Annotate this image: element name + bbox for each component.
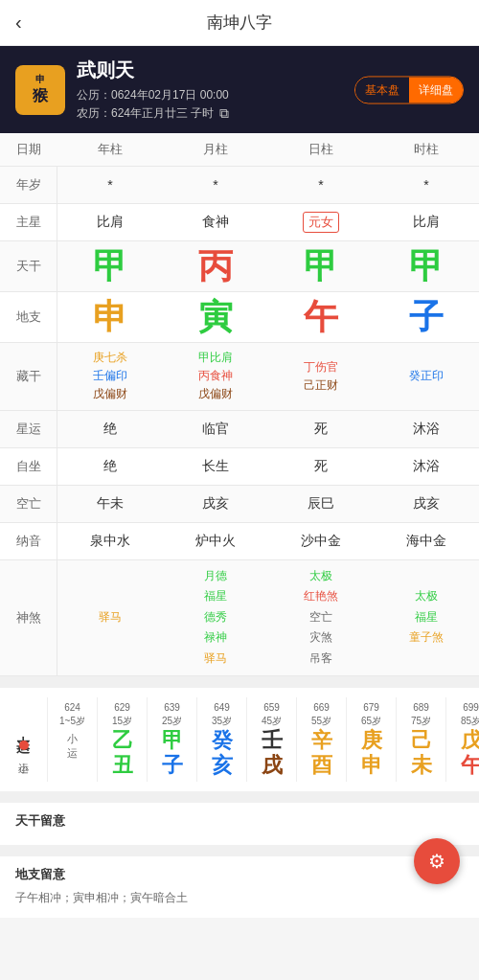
- na-yin-cell-2: 沙中金: [268, 523, 374, 559]
- dayun-di-4: 戌: [262, 753, 283, 778]
- di-zhi-cell-0: 申: [57, 292, 163, 342]
- dayun-year-1: 629 15岁: [112, 701, 132, 728]
- tian-gan-cell-1: 丙: [163, 241, 268, 291]
- dayun-di-1: 丑: [112, 753, 133, 778]
- zi-zuo-label: 自坐: [0, 448, 57, 485]
- zi-zuo-cell-1: 长生: [163, 448, 268, 485]
- dayun-item-0: 624 1~5岁 小运: [48, 697, 98, 783]
- zang-gan-label: 藏干: [0, 343, 57, 410]
- main-star-row: 主星 比肩 食神 元女 比肩: [0, 204, 479, 241]
- kong-wang-cell-3: 戌亥: [374, 486, 479, 522]
- kong-wang-row: 空亡 午未 戌亥 辰巳 戌亥: [0, 486, 479, 523]
- tab-detail-button[interactable]: 详细盘: [409, 77, 463, 103]
- tian-gan-note: 天干留意: [0, 797, 479, 845]
- kong-wang-label: 空亡: [0, 486, 57, 522]
- dayun-dot: [19, 741, 29, 750]
- profile-lunar: 农历：624年正月廿三 子时 ⧉: [77, 105, 464, 122]
- tian-gan-year: 甲: [93, 249, 127, 284]
- col-header-hour: 时柱: [374, 133, 479, 166]
- col-header-year: 年柱: [57, 133, 163, 166]
- settings-icon: ⚙: [428, 850, 445, 873]
- kong-wang-cell-1: 戌亥: [163, 486, 268, 522]
- shen-sha-cell-3: 太极 福星 童子煞: [374, 560, 479, 675]
- dayun-item-1: 629 15岁 乙 丑: [98, 697, 148, 783]
- dayun-items: 624 1~5岁 小运 629 15岁 乙 丑: [48, 697, 479, 783]
- dayun-label-container: 大运 小运: [0, 697, 48, 783]
- tab-basic-button[interactable]: 基本盘: [355, 77, 409, 103]
- di-zhi-hour: 子: [409, 300, 444, 334]
- shen-sha-row: 神煞 驿马 月德 福星 德秀 禄神 驿马 太极 红艳煞 空亡 灾煞 吊客 太极 …: [0, 560, 479, 676]
- zang-gan-cell-0: 庚七杀 壬偏印 戊偏财: [57, 343, 163, 410]
- dayun-year-5: 669 55岁: [311, 701, 331, 728]
- di-zhi-note: 地支留意 子午相冲；寅申相冲；寅午暗合土: [0, 851, 479, 917]
- zi-zuo-row: 自坐 绝 长生 死 沐浴: [0, 448, 479, 486]
- copy-icon[interactable]: ⧉: [219, 105, 229, 122]
- di-zhi-day: 午: [304, 300, 338, 334]
- zang-gan-cell-3: 癸正印: [374, 343, 479, 410]
- zi-zuo-cell-2: 死: [268, 448, 374, 485]
- header: ‹ 南坤八字: [0, 0, 479, 46]
- xing-yun-cell-0: 绝: [57, 411, 163, 447]
- fab-settings-button[interactable]: ⚙: [414, 838, 460, 884]
- kong-wang-cell-0: 午未: [57, 486, 163, 522]
- dayun-item-6: 679 65岁 庚 申: [347, 697, 397, 783]
- profile-banner: 申 猴 武则天 公历：0624年02月17日 00:00 农历：624年正月廿三…: [0, 46, 479, 133]
- di-zhi-cell-3: 子: [374, 292, 479, 342]
- age-cell-3: *: [374, 167, 479, 203]
- column-headers: 日期 年柱 月柱 日柱 时柱: [0, 133, 479, 167]
- shen-sha-cell-1: 月德 福星 德秀 禄神 驿马: [163, 560, 268, 675]
- dayun-char-6: 庚: [361, 728, 382, 753]
- age-label: 年岁: [0, 167, 57, 203]
- dayun-char-8: 戊: [461, 728, 480, 753]
- dayun-year-0: 624 1~5岁: [59, 701, 85, 728]
- dayun-section: 大运 小运 624 1~5岁 小运 629 15岁: [0, 682, 479, 792]
- dayun-item-2: 639 25岁 甲 子: [148, 697, 197, 783]
- main-table: 日期 年柱 月柱 日柱 时柱 年岁 * * * * 主星 比肩 食神 元女 比肩…: [0, 133, 479, 676]
- dayun-char-1: 乙: [112, 728, 133, 753]
- shen-sha-cell-0: 驿马: [57, 560, 163, 675]
- dayun-scroll[interactable]: 624 1~5岁 小运 629 15岁 乙 丑: [48, 697, 479, 783]
- dayun-di-2: 子: [162, 753, 183, 778]
- zodiac-label: 申: [35, 73, 45, 86]
- tian-gan-hour: 甲: [409, 249, 444, 284]
- dayun-di-7: 未: [411, 753, 432, 778]
- tian-gan-cell-0: 甲: [57, 241, 163, 291]
- xing-yun-row: 星运 绝 临官 死 沐浴: [0, 411, 479, 448]
- dayun-char-5: 辛: [311, 728, 332, 753]
- dayun-di-8: 午: [461, 753, 480, 778]
- main-star-cell-3: 比肩: [374, 204, 479, 240]
- xing-yun-cell-1: 临官: [163, 411, 268, 447]
- dayun-item-7: 689 75岁 己 未: [397, 697, 446, 783]
- dayun-year-6: 679 65岁: [361, 701, 381, 728]
- na-yin-row: 纳音 泉中水 炉中火 沙中金 海中金: [0, 523, 479, 560]
- na-yin-cell-3: 海中金: [374, 523, 479, 559]
- shen-sha-cell-2: 太极 红艳煞 空亡 灾煞 吊客: [268, 560, 374, 675]
- dayun-item-5: 669 55岁 辛 酉: [297, 697, 347, 783]
- col-header-day: 日柱: [268, 133, 374, 166]
- dayun-item-4: 659 45岁 壬 戌: [247, 697, 297, 783]
- dayun-char-3: 癸: [212, 728, 233, 753]
- zang-gan-cell-1: 甲比肩 丙食神 戊偏财: [163, 343, 268, 410]
- dayun-char-4: 壬: [262, 728, 283, 753]
- dayun-container: 大运 小运 624 1~5岁 小运 629 15岁: [0, 697, 479, 783]
- back-button[interactable]: ‹: [15, 11, 22, 34]
- age-cell-1: *: [163, 167, 268, 203]
- di-zhi-row: 地支 申 寅 午 子: [0, 292, 479, 343]
- main-star-cell-2: 元女: [268, 204, 374, 240]
- di-zhi-year: 申: [93, 300, 127, 334]
- dayun-char-7: 己: [411, 728, 432, 753]
- dayun-year-4: 659 45岁: [262, 701, 282, 728]
- zi-zuo-cell-3: 沐浴: [374, 448, 479, 485]
- tian-gan-day: 甲: [304, 249, 338, 284]
- na-yin-label: 纳音: [0, 523, 57, 559]
- tab-switch: 基本盘 详细盘: [354, 76, 464, 103]
- avatar-badge: 申 猴: [15, 65, 65, 115]
- age-cell-2: *: [268, 167, 374, 203]
- di-zhi-cell-2: 午: [268, 292, 374, 342]
- animal-label: 猴: [33, 86, 48, 106]
- na-yin-cell-1: 炉中火: [163, 523, 268, 559]
- tian-gan-title: 天干留意: [15, 812, 464, 830]
- col-header-label: 日期: [0, 133, 57, 166]
- tian-gan-cell-2: 甲: [268, 241, 374, 291]
- tian-gan-label: 天干: [0, 241, 57, 291]
